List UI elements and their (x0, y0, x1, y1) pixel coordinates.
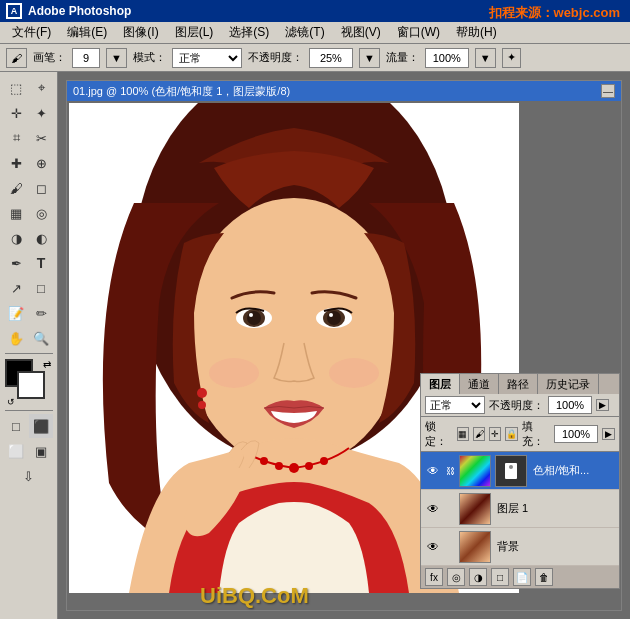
new-layer-btn[interactable]: 📄 (513, 568, 531, 586)
svg-point-16 (260, 457, 268, 465)
new-group-btn[interactable]: □ (491, 568, 509, 586)
brush-tool[interactable]: 🖌 (4, 176, 28, 200)
layer-thumbnail-1 (459, 493, 491, 525)
mode-select[interactable]: 正常 (172, 48, 242, 68)
reset-colors-icon[interactable]: ↺ (7, 397, 49, 407)
layer-row-hue-saturation[interactable]: 👁 ⛓ 色相/饱和... (421, 452, 619, 490)
tab-layers[interactable]: 图层 (421, 374, 460, 394)
add-mask-btn[interactable]: ◎ (447, 568, 465, 586)
tab-channels[interactable]: 通道 (460, 374, 499, 394)
crop-tool[interactable]: ⌗ (4, 126, 28, 150)
layer-visibility-icon[interactable]: 👁 (425, 463, 441, 479)
tool-divider-2 (5, 410, 53, 411)
fill-input[interactable] (554, 425, 598, 443)
quick-mask-btn[interactable]: ⬛ (29, 414, 53, 438)
layer-visibility-icon[interactable]: 👁 (425, 501, 441, 517)
adjustment-layer-btn[interactable]: ◑ (469, 568, 487, 586)
brush-size-input[interactable] (72, 48, 100, 68)
svg-point-6 (247, 311, 261, 325)
screen-mode-btn2[interactable]: ▣ (29, 439, 53, 463)
tool-divider (5, 353, 53, 354)
svg-point-22 (509, 465, 513, 469)
tool-row-jump: ⇩ (4, 464, 54, 488)
flow-dropdown-btn[interactable]: ▼ (475, 48, 496, 68)
opacity-input[interactable] (309, 48, 353, 68)
svg-point-12 (209, 358, 259, 388)
menu-item-s[interactable]: 选择(S) (221, 22, 277, 43)
opacity-arrow-btn[interactable]: ▶ (596, 399, 609, 411)
lock-transparent-btn[interactable]: ▦ (457, 427, 469, 441)
jump-to-imageready-btn[interactable]: ⇩ (4, 464, 54, 488)
dodge-tool[interactable]: ◑ (4, 226, 28, 250)
brush-dropdown-btn[interactable]: ▼ (106, 48, 127, 68)
opacity-dropdown-btn[interactable]: ▼ (359, 48, 380, 68)
move-tool[interactable]: ✛ (4, 101, 28, 125)
eraser-tool[interactable]: ◻ (29, 176, 53, 200)
shape-tool[interactable]: □ (29, 276, 53, 300)
layers-blend-options: 正常 不透明度： ▶ (421, 394, 619, 417)
notes-tool[interactable]: 📝 (4, 301, 28, 325)
burn-tool[interactable]: ◐ (29, 226, 53, 250)
background-color-swatch[interactable] (17, 371, 45, 399)
swap-colors-icon[interactable]: ⇄ (43, 359, 51, 370)
blur-tool[interactable]: ◎ (29, 201, 53, 225)
heal-tool[interactable]: ✚ (4, 151, 28, 175)
svg-point-14 (197, 388, 207, 398)
fill-label: 填充： (522, 419, 550, 449)
lasso-tool[interactable]: ⌖ (29, 76, 53, 100)
blend-mode-select[interactable]: 正常 (425, 396, 485, 414)
menu-item-f[interactable]: 文件(F) (4, 22, 59, 43)
menu-bar: 文件(F)编辑(E)图像(I)图层(L)选择(S)滤镜(T)视图(V)窗口(W)… (0, 22, 630, 44)
menu-item-l[interactable]: 图层(L) (167, 22, 222, 43)
fill-arrow-btn[interactable]: ▶ (602, 428, 615, 440)
marquee-tool[interactable]: ⬚ (4, 76, 28, 100)
airbrush-btn[interactable]: ✦ (502, 48, 521, 68)
zoom-tool[interactable]: 🔍 (29, 326, 53, 350)
tool-row-mask: □ ⬛ (4, 414, 53, 438)
menu-item-e[interactable]: 编辑(E) (59, 22, 115, 43)
pen-tool[interactable]: ✒ (4, 251, 28, 275)
hand-tool[interactable]: ✋ (4, 326, 28, 350)
eyedropper-tool[interactable]: ✏ (29, 301, 53, 325)
opacity-label: 不透明度： (248, 50, 303, 65)
gradient-tool[interactable]: ▦ (4, 201, 28, 225)
slice-tool[interactable]: ✂ (29, 126, 53, 150)
menu-item-v[interactable]: 视图(V) (333, 22, 389, 43)
clone-tool[interactable]: ⊕ (29, 151, 53, 175)
screen-mode-btn[interactable]: ⬜ (4, 439, 28, 463)
layer-link-icon (444, 503, 456, 515)
lock-all-btn[interactable]: 🔒 (505, 427, 518, 441)
flow-input[interactable] (425, 48, 469, 68)
layer-styles-btn[interactable]: fx (425, 568, 443, 586)
layer-row-1[interactable]: 👁 图层 1 (421, 490, 619, 528)
svg-point-15 (198, 401, 206, 409)
tool-row-1: ⬚ ⌖ (4, 76, 53, 100)
menu-item-t[interactable]: 滤镜(T) (277, 22, 332, 43)
tool-icon-btn[interactable]: 🖌 (6, 48, 27, 68)
app-icon: A (6, 3, 22, 19)
tool-row-screen: ⬜ ▣ (4, 439, 53, 463)
menu-item-i[interactable]: 图像(I) (115, 22, 166, 43)
opacity-label: 不透明度： (489, 398, 544, 413)
app-title: Adobe Photoshop (28, 4, 131, 18)
document-close-button[interactable]: — (601, 84, 615, 98)
tool-row-7: ◑ ◐ (4, 226, 53, 250)
tab-history[interactable]: 历史记录 (538, 374, 599, 394)
lock-position-btn[interactable]: ✛ (489, 427, 501, 441)
opacity-input[interactable] (548, 396, 592, 414)
standard-mode-btn[interactable]: □ (4, 414, 28, 438)
layer-row-background[interactable]: 👁 背景 (421, 528, 619, 566)
layer-visibility-icon[interactable]: 👁 (425, 539, 441, 555)
text-tool[interactable]: T (29, 251, 53, 275)
tool-row-5: 🖌 ◻ (4, 176, 53, 200)
path-select-tool[interactable]: ↗ (4, 276, 28, 300)
mode-label: 模式： (133, 50, 166, 65)
menu-item-h[interactable]: 帮助(H) (448, 22, 505, 43)
document-title: 01.jpg @ 100% (色相/饱和度 1，图层蒙版/8) (73, 84, 290, 99)
color-swatch-area: ⇄ ↺ (5, 359, 53, 407)
lock-pixels-btn[interactable]: 🖌 (473, 427, 485, 441)
magic-wand-tool[interactable]: ✦ (29, 101, 53, 125)
menu-item-w[interactable]: 窗口(W) (389, 22, 448, 43)
delete-layer-btn[interactable]: 🗑 (535, 568, 553, 586)
tab-paths[interactable]: 路径 (499, 374, 538, 394)
